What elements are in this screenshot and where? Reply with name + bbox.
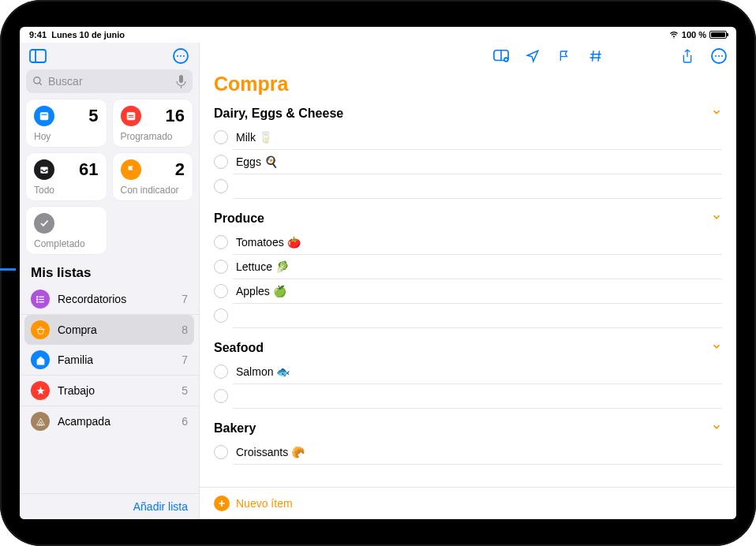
toggle-sidebar-button[interactable] [28, 46, 48, 66]
sidebar-list-familia[interactable]: Familia7 [20, 345, 199, 376]
smart-all[interactable]: 61 Todo [26, 153, 107, 200]
section-header[interactable]: Dairy, Eggs & Cheese [214, 103, 722, 125]
screen: 9:41 Lunes 10 de junio 100 % Buscar [20, 27, 736, 519]
reminder-text[interactable]: Tomatoes 🍅 [236, 236, 722, 249]
reminder-item[interactable]: Salmon 🐟 [233, 360, 722, 384]
completion-circle[interactable] [214, 130, 228, 144]
reminder-text[interactable] [236, 309, 722, 322]
location-button[interactable] [523, 47, 542, 65]
sidebar-list-compra[interactable]: Compra8 [24, 315, 194, 345]
reminder-text[interactable] [236, 390, 722, 402]
svg-line-28 [598, 50, 600, 62]
section-bakery: BakeryCroissants 🥐 [214, 418, 722, 465]
search-input[interactable]: Buscar [26, 69, 193, 93]
mic-icon[interactable] [176, 75, 186, 88]
reminder-item[interactable] [233, 384, 722, 409]
completion-circle[interactable] [214, 309, 228, 323]
smart-count: 16 [166, 106, 185, 126]
section-title: Produce [214, 211, 711, 226]
sidebar-list-acampada[interactable]: Acampada6 [20, 406, 199, 436]
reminder-text[interactable]: Croissants 🥐 [236, 446, 722, 458]
smart-label: Completado [34, 238, 99, 249]
new-reminder-button[interactable]: + Nuevo ítem [200, 487, 736, 519]
completion-circle[interactable] [214, 235, 228, 249]
completion-circle[interactable] [214, 365, 228, 379]
completion-circle[interactable] [214, 445, 228, 459]
status-bar: 9:41 Lunes 10 de junio 100 % [20, 27, 736, 43]
sidebar-list-trabajo[interactable]: Trabajo5 [20, 376, 199, 406]
completion-circle[interactable] [214, 155, 228, 169]
section-header[interactable]: Bakery [214, 418, 722, 440]
smart-scheduled[interactable]: 16 Programado [113, 99, 193, 147]
completion-circle[interactable] [214, 260, 228, 274]
section-header[interactable]: Produce [214, 208, 722, 230]
list-count: 8 [182, 323, 188, 336]
svg-point-7 [34, 77, 40, 84]
reminder-item[interactable]: Eggs 🍳 [233, 150, 722, 174]
more-detail-button[interactable] [709, 47, 728, 65]
completion-circle[interactable] [214, 179, 228, 193]
reminder-text[interactable]: Apples 🍏 [236, 285, 722, 297]
completion-circle[interactable] [214, 284, 228, 298]
battery-percent: 100 % [682, 30, 706, 39]
plus-icon: + [214, 496, 230, 511]
section-header[interactable]: Seafood [214, 338, 722, 360]
svg-point-4 [177, 55, 178, 57]
hashtag-button[interactable] [586, 47, 605, 65]
svg-rect-9 [179, 75, 183, 83]
sidebar-toolbar [20, 43, 199, 69]
section-title: Bakery [214, 421, 711, 436]
frame-accent [0, 268, 16, 271]
completion-circle[interactable] [214, 389, 228, 403]
svg-point-20 [36, 301, 37, 302]
status-date: Lunes 10 de junio [51, 30, 125, 39]
home-icon [31, 350, 50, 369]
smart-count: 61 [79, 159, 98, 180]
lists-container: Recordatorios7Compra8Familia7Trabajo5Aca… [20, 284, 199, 493]
section-title: Dairy, Eggs & Cheese [214, 107, 711, 121]
flag-button[interactable] [555, 47, 574, 65]
tray-icon [34, 159, 54, 180]
calendar-today-icon [34, 106, 54, 126]
reminder-item[interactable]: Tomatoes 🍅 [233, 230, 722, 255]
wifi-icon [669, 30, 679, 39]
list-title: Compra [200, 69, 736, 103]
sidebar-list-recordatorios[interactable]: Recordatorios7 [20, 284, 199, 315]
star-icon [31, 381, 50, 400]
status-left: 9:41 Lunes 10 de junio [29, 30, 125, 39]
reminder-item[interactable] [233, 304, 722, 328]
reminders-content: Dairy, Eggs & CheeseMilk 🥛Eggs 🍳ProduceT… [200, 103, 736, 487]
reminder-item[interactable]: Milk 🥛 [233, 125, 722, 150]
reminder-item[interactable] [233, 174, 722, 199]
share-button[interactable] [678, 47, 697, 65]
svg-rect-10 [40, 112, 49, 120]
chevron-down-icon [711, 211, 722, 226]
my-lists-header: Mis listas [20, 260, 199, 284]
calendar-scheduled-icon [121, 106, 141, 126]
svg-point-18 [36, 296, 37, 297]
smart-completed[interactable]: Completado [26, 207, 107, 254]
new-reminder-label: Nuevo ítem [236, 497, 293, 510]
svg-rect-11 [42, 114, 47, 115]
layout-button[interactable] [492, 47, 511, 65]
reminder-text[interactable]: Milk 🥛 [236, 131, 722, 144]
more-sidebar-button[interactable] [170, 46, 191, 66]
add-list-button[interactable]: Añadir lista [20, 493, 199, 519]
search-placeholder: Buscar [48, 75, 83, 88]
reminder-text[interactable]: Lettuce 🥬 [236, 260, 722, 273]
smart-flagged[interactable]: 2 Con indicador [113, 153, 193, 200]
reminder-text[interactable]: Eggs 🍳 [236, 155, 722, 168]
list-name: Acampada [58, 415, 174, 428]
svg-point-5 [180, 55, 182, 57]
reminder-text[interactable]: Salmon 🐟 [236, 365, 722, 378]
reminder-text[interactable] [236, 180, 722, 193]
smart-today[interactable]: 5 Hoy [26, 99, 107, 147]
reminder-item[interactable]: Lettuce 🥬 [233, 255, 722, 279]
list-icon [31, 290, 50, 309]
reminder-item[interactable]: Apples 🍏 [233, 279, 722, 304]
detail-pane: • • • Compra Dairy, Eggs & CheeseMilk 🥛E… [200, 43, 736, 519]
list-name: Compra [58, 323, 174, 336]
reminder-item[interactable]: Croissants 🥐 [233, 440, 722, 465]
section-seafood: SeafoodSalmon 🐟 [214, 338, 722, 409]
check-icon [34, 213, 54, 234]
